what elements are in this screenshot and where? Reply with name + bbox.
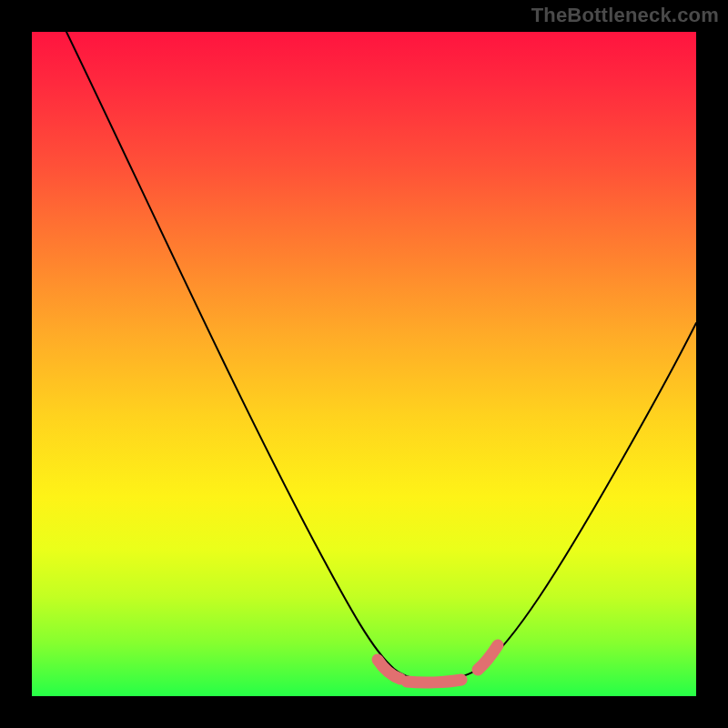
optimal-marker-left [378, 660, 400, 679]
chart-frame: TheBottleneck.com [0, 0, 728, 728]
optimal-marker-right [478, 645, 498, 670]
bottleneck-curve [66, 32, 696, 680]
watermark-text: TheBottleneck.com [531, 4, 719, 27]
optimal-marker-bottom [407, 680, 461, 682]
curve-svg [32, 32, 696, 696]
plot-area [32, 32, 696, 696]
